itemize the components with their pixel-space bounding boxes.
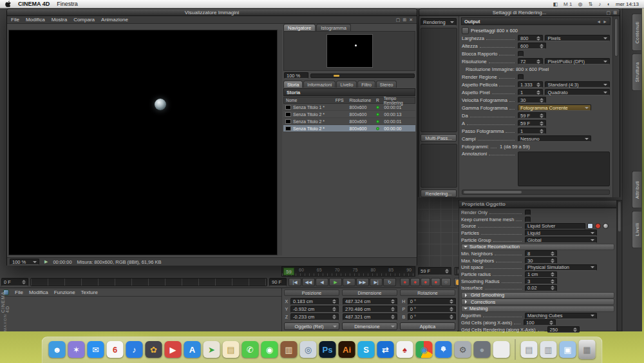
navigator-thumbnail[interactable] <box>327 34 373 68</box>
scrollbar-thumb[interactable] <box>618 202 621 231</box>
window-control-icon[interactable]: ✕ <box>409 17 413 23</box>
min-neighbors-field[interactable]: 8 <box>525 250 557 257</box>
rotation-field[interactable]: 0 ° <box>408 306 456 313</box>
dimension-field[interactable]: 487.321 cm <box>343 313 397 320</box>
film-aspect-dropdown[interactable]: Standard (4:3) <box>545 81 610 88</box>
dimension-field[interactable]: 270.486 cm <box>343 306 397 313</box>
dock-stack-icon[interactable]: ▥ <box>540 341 557 358</box>
render-only-checkbox[interactable] <box>525 210 531 215</box>
width-field[interactable]: 800 <box>518 35 543 41</box>
anim-start-spinner[interactable] <box>22 280 26 284</box>
material-menu-item[interactable]: Funzione <box>54 289 75 295</box>
grid-cells-rendering-field[interactable]: 250 <box>547 326 580 333</box>
dimension-mode-dropdown[interactable]: Dimensione <box>342 322 397 330</box>
render-settings-titlebar[interactable]: Settaggi di Rendering... ▢⊞ <box>419 9 620 16</box>
dock-app-icon[interactable]: ✶ <box>68 341 85 358</box>
dock-app-icon[interactable]: ◎ <box>300 341 317 358</box>
resolution-unit-dropdown[interactable]: Pixel/Pollici (DPI) <box>545 58 610 64</box>
position-field[interactable]: -0.932 cm <box>290 306 339 313</box>
dock-app-icon[interactable]: ◉ <box>416 341 433 358</box>
height-field[interactable]: 600 <box>518 43 546 49</box>
film-aspect-field[interactable]: 1.333 <box>518 81 543 88</box>
render-preset-list[interactable] <box>421 28 457 132</box>
window-control-icon[interactable]: ⊞ <box>613 9 617 16</box>
rotation-field[interactable]: 0 ° <box>408 313 456 320</box>
annotations-box[interactable] <box>518 152 610 186</box>
dock-app-icon[interactable]: Ai <box>339 341 355 358</box>
dock-app-icon[interactable]: ⚙ <box>455 341 471 358</box>
keyframe-button[interactable]: ● <box>410 278 420 286</box>
window-control-icon[interactable]: ▢ <box>396 17 401 23</box>
picture-viewer-titlebar[interactable]: Visualizzatore Immagini <box>7 9 417 16</box>
material-manager-body[interactable] <box>0 296 281 331</box>
window-control-icon[interactable]: ⊞ <box>402 17 406 23</box>
side-tab-contenuti[interactable]: Contenuti <box>632 14 641 51</box>
pixel-aspect-dropdown[interactable]: Quadrato <box>545 89 610 95</box>
max-neighbors-field[interactable]: 30 <box>525 257 557 264</box>
menubar-status-icon[interactable]: ♪ <box>598 1 601 7</box>
multipass-list[interactable] <box>421 144 457 188</box>
history-row[interactable]: Senza Titolo 2 * 800x600 00:00:13 <box>283 111 415 118</box>
grid-cells-field[interactable]: 100 <box>524 319 556 326</box>
dock-app-icon[interactable]: ✆ <box>242 341 259 358</box>
rendering-button[interactable]: Rendering... <box>421 190 457 197</box>
rotation-field[interactable]: 0 ° <box>408 298 456 305</box>
transport-button[interactable]: ▶ <box>329 278 342 286</box>
nav-tab[interactable]: Istogramma <box>316 24 351 31</box>
width-unit-dropdown[interactable]: Pixels <box>545 35 610 41</box>
panel-splitter[interactable] <box>278 30 282 255</box>
smoothing-radius-field[interactable]: 3 <box>525 278 557 284</box>
menubar-app-name[interactable]: CINEMA 4D <box>18 1 50 7</box>
info-tab[interactable]: Livello <box>336 81 357 88</box>
dock-stack-icon[interactable]: ▤ <box>521 341 538 358</box>
dock-app-icon[interactable] <box>493 341 510 358</box>
object-mode-dropdown[interactable]: Oggetto (Rel) <box>284 322 339 330</box>
history-row[interactable]: Senza Titolo 2 * 800x600 00:00:01 <box>283 118 415 125</box>
dock-trash-icon[interactable]: ▦ <box>579 340 596 359</box>
pv-menu-item[interactable]: Modifica <box>26 17 45 23</box>
preset-icon-button[interactable] <box>462 27 469 34</box>
info-tab[interactable]: Filtro <box>357 81 375 88</box>
apple-menu[interactable] <box>5 1 11 8</box>
history-row[interactable]: Senza Titolo 1 * 800x600 00:00:01 <box>283 104 415 111</box>
history-row-selected[interactable]: Senza Titolo 2 * 800x600 00:00:00 <box>283 125 415 132</box>
link-arrow-icon[interactable] <box>587 223 593 229</box>
dock-app-icon[interactable]: ▤ <box>223 341 240 358</box>
particle-group-dropdown[interactable]: Global <box>525 237 597 243</box>
viewer-zoom-dropdown[interactable]: 100 % <box>10 259 39 265</box>
pv-menu-item[interactable]: Compara <box>73 17 95 23</box>
dimension-field[interactable]: 487.324 cm <box>343 298 397 305</box>
transport-button[interactable]: |◀ <box>289 278 301 286</box>
frame-rate-field[interactable]: 30 <box>518 97 546 103</box>
menubar-status-icon[interactable]: ◧ <box>553 1 558 7</box>
algorithm-dropdown[interactable]: Marching Cubes <box>525 313 597 319</box>
source-field[interactable]: Liquid Solver <box>525 223 585 230</box>
keyframe-button[interactable]: ● <box>421 278 430 286</box>
corrections-bar[interactable]: Corrections <box>461 299 614 305</box>
history-forward-icon[interactable]: ► <box>603 19 607 24</box>
isosurface-field[interactable]: 0.02 <box>525 285 557 291</box>
material-menu-item[interactable]: Modifica <box>29 289 48 295</box>
nav-zoom-slider[interactable] <box>310 74 415 78</box>
scrollbar-thumb[interactable] <box>614 18 618 57</box>
dock-app-icon[interactable]: ➤ <box>204 341 220 358</box>
apply-button[interactable]: Applica <box>400 322 455 330</box>
history-back-icon[interactable]: ◄ <box>596 19 601 24</box>
position-field[interactable]: -0.233 cm <box>290 313 339 320</box>
anim-end-field[interactable]: 90 F <box>269 278 287 286</box>
current-frame-spinner[interactable] <box>445 269 449 273</box>
link-object-icon[interactable] <box>603 223 609 229</box>
pv-menu-item[interactable]: Animazione <box>101 17 128 23</box>
transport-button[interactable]: ↻ <box>383 278 396 286</box>
render-preview-canvas[interactable] <box>8 30 278 255</box>
transport-button[interactable]: ▶ <box>343 278 355 286</box>
dock-app-icon[interactable]: ▶ <box>165 341 182 358</box>
scrollbar-thumb[interactable] <box>464 191 522 193</box>
keep-current-frame-mesh-checkbox[interactable] <box>525 217 531 222</box>
renderer-dropdown[interactable]: Rendering <box>421 18 457 26</box>
position-field[interactable]: 0.183 cm <box>290 298 339 305</box>
dock-app-icon[interactable]: 6 <box>107 341 124 358</box>
dock-app-icon[interactable]: ♪ <box>126 341 143 358</box>
anim-start-field[interactable]: 0 F <box>1 278 28 286</box>
side-tab-livelli[interactable]: Livelli <box>632 211 641 248</box>
